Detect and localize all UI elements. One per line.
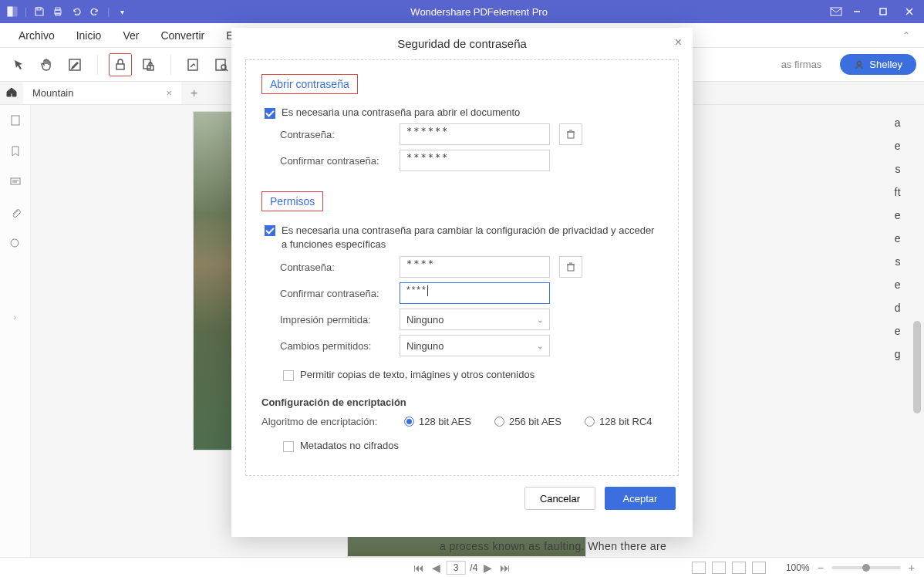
open-password-label: Es necesaria una contraseña para abrir e… xyxy=(282,106,520,118)
encryption-algorithm-label: Algoritmo de encriptación: xyxy=(261,416,381,427)
collapse-ribbon-icon[interactable]: ⌃ xyxy=(902,30,916,41)
svg-rect-21 xyxy=(11,178,20,184)
zoom-slider[interactable] xyxy=(831,566,901,569)
quickaccess-dropdown-icon[interactable]: ▾ xyxy=(116,5,128,18)
page-total: /4 xyxy=(470,562,477,573)
unencrypted-metadata-label: Metadatos no cifrados xyxy=(300,440,399,451)
zoom-out-icon[interactable]: − xyxy=(816,562,825,574)
add-tab-button[interactable]: + xyxy=(181,86,207,100)
perm-password-input[interactable]: **** xyxy=(400,256,550,278)
user-pill[interactable]: Shelley xyxy=(840,54,916,75)
save-icon[interactable] xyxy=(33,5,46,18)
permissions-label: Es necesaria una contraseña para cambiar… xyxy=(282,224,663,251)
svg-rect-6 xyxy=(831,8,841,15)
bookmark-icon[interactable] xyxy=(8,143,23,159)
menu-ver[interactable]: Ver xyxy=(112,25,150,46)
allow-copy-checkbox[interactable] xyxy=(283,370,294,381)
print-icon[interactable] xyxy=(52,5,64,18)
prev-page-first-icon[interactable]: ⏮ xyxy=(412,562,426,574)
open-password-header: Abrir contraseña xyxy=(262,75,357,93)
menu-inicio[interactable]: Inicio xyxy=(66,25,113,46)
edit-tool-icon[interactable] xyxy=(63,53,86,76)
tab-label: Mountain xyxy=(32,87,73,99)
view-single-icon[interactable] xyxy=(692,562,706,574)
perm-password-field-label: Contraseña: xyxy=(280,262,400,273)
print-allowed-select[interactable]: Ninguno⌄ xyxy=(400,309,550,330)
svg-point-19 xyxy=(858,61,862,65)
cancel-button[interactable]: Cancelar xyxy=(524,487,595,510)
vertical-scrollbar-thumb[interactable] xyxy=(913,321,921,413)
perm-confirm-field-label: Confirmar contraseña: xyxy=(280,288,400,299)
home-icon[interactable] xyxy=(0,86,23,100)
titlebar: | | ▾ Wondershare PDFelement Pro xyxy=(0,0,924,23)
user-name: Shelley xyxy=(869,59,902,70)
hand-tool-icon[interactable] xyxy=(35,53,59,76)
open-password-input[interactable]: ****** xyxy=(400,123,550,145)
document-text-fragment-2: a process known as faulting. When there … xyxy=(440,537,748,555)
prev-page-icon[interactable]: ◀ xyxy=(430,562,442,574)
dialog-title: Seguridad de contraseña xyxy=(397,37,527,50)
open-confirm-input[interactable]: ****** xyxy=(400,150,550,171)
expand-sidebar-icon[interactable]: › xyxy=(14,313,16,322)
statusbar: ⏮ ◀ 3 /4 ▶ ⏭ 100% − + xyxy=(0,557,924,577)
search-redact-icon[interactable] xyxy=(210,53,233,76)
svg-rect-2 xyxy=(37,8,41,10)
password-protect-icon[interactable] xyxy=(109,53,132,76)
svg-point-24 xyxy=(11,239,19,247)
view-facing-icon[interactable] xyxy=(732,562,746,574)
svg-rect-28 xyxy=(568,265,574,271)
encryption-header: Configuración de encriptación xyxy=(261,396,663,408)
print-allowed-label: Impresión permitida: xyxy=(280,314,400,326)
app-logo-icon xyxy=(6,5,19,18)
dialog-close-icon[interactable]: × xyxy=(675,35,682,49)
svg-rect-8 xyxy=(880,8,886,15)
unencrypted-metadata-checkbox[interactable] xyxy=(283,441,294,452)
sign-tool-icon[interactable] xyxy=(182,53,205,76)
chevron-down-icon: ⌄ xyxy=(537,315,543,324)
thumbnails-icon[interactable] xyxy=(8,113,23,128)
radio-128rc4[interactable]: 128 bit RC4 xyxy=(585,416,653,427)
clear-perm-password-icon[interactable] xyxy=(559,256,582,278)
open-confirm-field-label: Confirmar contraseña: xyxy=(280,155,400,167)
svg-rect-12 xyxy=(116,64,124,69)
minimize-button[interactable] xyxy=(845,0,868,23)
maximize-button[interactable] xyxy=(872,0,895,23)
zoom-in-icon[interactable]: + xyxy=(907,562,916,574)
perm-confirm-input[interactable]: **** xyxy=(400,282,550,304)
tab-close-icon[interactable]: × xyxy=(166,87,172,99)
view-facing-continuous-icon[interactable] xyxy=(752,562,766,574)
changes-allowed-label: Cambios permitidos: xyxy=(280,340,400,352)
view-continuous-icon[interactable] xyxy=(712,562,726,574)
document-tab[interactable]: Mountain × xyxy=(23,82,181,104)
svg-rect-20 xyxy=(12,116,19,125)
ok-button[interactable]: Aceptar xyxy=(605,487,676,510)
remove-security-icon[interactable] xyxy=(137,53,160,76)
redo-icon[interactable] xyxy=(89,5,101,18)
close-window-button[interactable] xyxy=(898,0,921,23)
permissions-header: Permisos xyxy=(262,192,322,211)
attachment-icon[interactable] xyxy=(8,205,23,221)
next-page-last-icon[interactable]: ⏭ xyxy=(498,562,512,574)
next-page-icon[interactable]: ▶ xyxy=(482,562,494,574)
svg-rect-25 xyxy=(568,132,574,138)
mail-icon[interactable] xyxy=(830,5,842,18)
menu-convertir[interactable]: Convertir xyxy=(150,25,215,46)
radio-128aes[interactable]: 128 bit AES xyxy=(404,416,471,427)
menu-archivo[interactable]: Archivo xyxy=(8,25,66,46)
search-sidebar-icon[interactable] xyxy=(8,236,23,251)
radio-256aes[interactable]: 256 bit AES xyxy=(494,416,561,427)
open-password-checkbox[interactable] xyxy=(265,108,275,119)
allow-copy-label: Permitir copias de texto, imágines y otr… xyxy=(300,369,535,380)
changes-allowed-select[interactable]: Ninguno⌄ xyxy=(400,335,550,356)
undo-icon[interactable] xyxy=(70,5,83,18)
signatures-label: as firmas xyxy=(781,59,822,70)
comments-icon[interactable] xyxy=(8,174,23,190)
page-number-input[interactable]: 3 xyxy=(447,561,466,575)
chevron-down-icon: ⌄ xyxy=(537,342,543,350)
password-security-dialog: Seguridad de contraseña × Abrir contrase… xyxy=(231,28,693,537)
select-tool-icon[interactable] xyxy=(8,53,31,76)
permissions-checkbox[interactable] xyxy=(265,225,275,236)
clear-open-password-icon[interactable] xyxy=(559,123,582,145)
zoom-label: 100% xyxy=(786,562,810,573)
svg-rect-1 xyxy=(8,7,12,16)
